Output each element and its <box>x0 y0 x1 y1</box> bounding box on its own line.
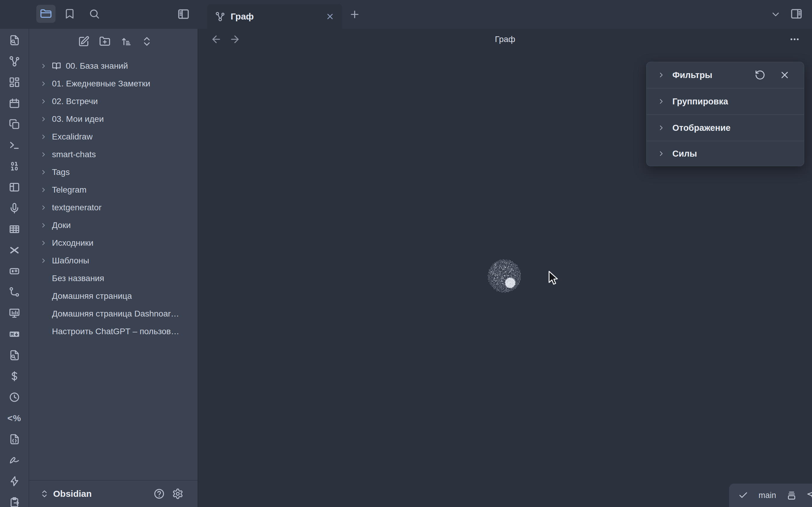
chevron-right-icon[interactable] <box>40 186 52 193</box>
ribbon-panel-layout-button[interactable] <box>4 177 25 198</box>
chevron-right-icon[interactable] <box>40 222 52 229</box>
chevron-right-icon[interactable] <box>40 62 52 70</box>
chevron-right-icon[interactable] <box>40 257 52 264</box>
more-options-button[interactable] <box>788 33 801 46</box>
folder-item[interactable]: 01. Ежедневные Заметки <box>29 75 198 93</box>
file-label: 01. Ежедневные Заметки <box>52 79 150 89</box>
gear-icon <box>172 488 184 500</box>
files-tab-button[interactable] <box>36 5 56 23</box>
file-label: Домашняя страница Dashnoar… <box>52 309 179 319</box>
ribbon-graph-button[interactable] <box>4 51 25 72</box>
chevron-right-icon <box>40 186 47 193</box>
graph-cluster[interactable] <box>468 240 541 312</box>
sort-button[interactable] <box>119 35 133 48</box>
file-code-icon <box>9 434 20 445</box>
folder-item[interactable]: 02. Встречи <box>29 93 198 110</box>
graph-panel-section[interactable]: Силы <box>647 141 804 166</box>
ribbon-copy-button[interactable] <box>4 114 25 135</box>
ribbon-calendar-button[interactable] <box>4 93 25 114</box>
chevron-right-icon[interactable] <box>40 169 52 176</box>
help-button[interactable] <box>153 487 166 500</box>
toggle-right-sidebar-button[interactable] <box>790 7 803 20</box>
archive-icon <box>786 490 797 500</box>
folder-item[interactable]: Исходники <box>29 234 198 252</box>
ribbon-table-button[interactable] <box>4 219 25 240</box>
ribbon-file-search-button[interactable] <box>4 345 25 366</box>
navigate-forward-button[interactable] <box>228 33 242 46</box>
bookmarks-tab-button[interactable] <box>64 8 76 20</box>
ribbon-templater-button[interactable]: <% <box>4 408 25 429</box>
folder-item[interactable]: textgenerator <box>29 199 198 216</box>
file-item[interactable]: Настроить ChatGPT – пользов… <box>29 323 198 340</box>
ribbon-dollar-button[interactable] <box>4 366 25 387</box>
file-item[interactable]: Домашняя страница <box>29 287 198 305</box>
folder-item[interactable]: 03. Мои идеи <box>29 110 198 128</box>
terminal-icon <box>9 139 20 151</box>
chevron-right-icon[interactable] <box>40 133 52 140</box>
chevron-right-icon[interactable] <box>40 80 52 87</box>
new-tab-button[interactable] <box>348 8 362 20</box>
ribbon-microphone-button[interactable] <box>4 198 25 219</box>
ribbon-clock-button[interactable] <box>4 387 25 408</box>
file-label: Tags <box>52 167 70 177</box>
vault-row: Obsidian <box>29 480 198 507</box>
vault-switcher[interactable]: Obsidian <box>40 489 92 499</box>
chevron-right-icon[interactable] <box>40 204 52 211</box>
ribbon-binary-button[interactable] <box>4 156 25 177</box>
restore-defaults-button[interactable] <box>754 69 766 81</box>
ribbon-card-switch-button[interactable] <box>4 261 25 282</box>
excalidraw-icon <box>9 244 20 256</box>
graph-panel-section[interactable]: Группировка <box>647 89 804 115</box>
ribbon-file-search-button[interactable] <box>4 30 25 51</box>
chevron-right-icon <box>40 80 47 87</box>
git-status-bar[interactable]: main <box>729 484 812 507</box>
copy-icon <box>9 118 20 130</box>
chevron-right-icon <box>40 115 47 123</box>
toggle-left-sidebar-button[interactable] <box>177 8 190 20</box>
file-item[interactable]: Без названия <box>29 269 198 287</box>
ribbon-dashboard-button[interactable] <box>4 72 25 93</box>
ribbon: <% <box>0 29 29 507</box>
git-branch-label: main <box>759 491 776 500</box>
settings-button[interactable] <box>171 487 185 500</box>
ribbon-markdown-button[interactable] <box>4 324 25 345</box>
chevron-right-icon <box>40 151 47 158</box>
close-panel-button[interactable] <box>779 69 791 81</box>
ribbon-pin-connect-button[interactable] <box>4 282 25 303</box>
ribbon-terminal-button[interactable] <box>4 135 25 156</box>
folder-item[interactable]: Шаблоны <box>29 252 198 269</box>
help-icon <box>153 488 165 500</box>
ribbon-excalidraw-button[interactable] <box>4 240 25 261</box>
file-explorer-sidebar: 00. База знаний01. Ежедневные Заметки02.… <box>29 29 198 507</box>
chevron-right-icon[interactable] <box>40 151 52 158</box>
folder-item[interactable]: Tags <box>29 163 198 181</box>
folder-item[interactable]: Доки <box>29 216 198 234</box>
chevron-right-icon[interactable] <box>40 115 52 123</box>
folder-item[interactable]: Telegram <box>29 181 198 199</box>
ribbon-lightning-button[interactable] <box>4 471 25 492</box>
chevron-right-icon[interactable] <box>40 98 52 105</box>
file-label: 00. База знаний <box>66 61 128 71</box>
ribbon-pen-button[interactable] <box>4 450 25 471</box>
chevron-right-icon[interactable] <box>40 239 52 246</box>
tab-close-button[interactable] <box>325 12 335 21</box>
tab-graph[interactable]: Граф <box>207 4 342 29</box>
mouse-cursor <box>548 271 559 286</box>
ribbon-clipboard-export-button[interactable] <box>4 492 25 507</box>
graph-panel-section[interactable]: Фильтры <box>647 62 804 89</box>
folder-item[interactable]: 00. База знаний <box>29 57 198 75</box>
graph-panel-section[interactable]: Отображение <box>647 115 804 141</box>
collapse-button[interactable] <box>140 35 153 48</box>
folder-item[interactable]: smart-chats <box>29 146 198 163</box>
tab-list-dropdown-button[interactable] <box>769 9 782 20</box>
new-folder-button[interactable] <box>98 35 111 48</box>
navigate-back-button[interactable] <box>210 33 223 46</box>
new-note-button[interactable] <box>77 35 90 48</box>
ribbon-presentation-chart-button[interactable] <box>4 303 25 324</box>
send-icon <box>807 490 812 500</box>
ribbon-file-code-button[interactable] <box>4 429 25 450</box>
search-tab-button[interactable] <box>88 8 100 20</box>
file-item[interactable]: Домашняя страница Dashnoar… <box>29 305 198 323</box>
chevron-right-icon <box>40 204 47 211</box>
folder-item[interactable]: Excalidraw <box>29 128 198 146</box>
